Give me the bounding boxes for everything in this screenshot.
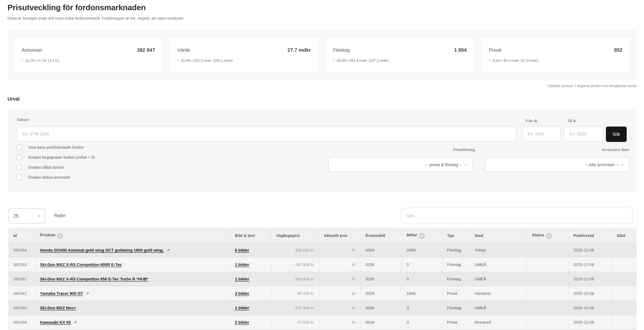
cell-current-price: kr	[319, 243, 361, 258]
table-row: 385362Ski-Doo MXZ X-RS Competiton 850 E-…	[9, 272, 636, 286]
external-link-icon[interactable]: ↗	[166, 248, 170, 252]
product-link[interactable]: Ski-Doo MXZ Neo+	[40, 306, 76, 310]
chevron-down-icon: ▾	[621, 163, 623, 166]
column-header-publicerad[interactable]: Publicerad↑↓	[569, 228, 612, 243]
stat-card-header: Annonser382 847	[22, 47, 155, 53]
cell-city: Kinnared	[470, 315, 527, 330]
cell-type: Företag	[442, 258, 470, 272]
product-link[interactable]: Honda Gl1800 Automat gold wing DCT goldw…	[40, 248, 164, 252]
images-link[interactable]: 2 bilder	[235, 320, 249, 324]
product-link[interactable]: Kawasaki KX 65	[40, 320, 71, 324]
chevron-down-icon: ▾	[465, 163, 466, 166]
images-link[interactable]: 6 bilder	[235, 248, 249, 252]
sort-icon[interactable]: ↑↓	[466, 230, 468, 234]
product-link[interactable]: Ski-Doo MXZ X-RS Competiton 600R E-Tec	[40, 262, 122, 267]
stat-delta: ↑26,4% • 261.9 mnkr(207.2 mnkr)	[333, 58, 388, 63]
search-button[interactable]: Sök	[606, 126, 627, 142]
ad-age-label: Annonsens ålder	[485, 148, 630, 152]
column-header-aktuellt-pris[interactable]: Aktuellt pris↑↓	[319, 228, 361, 243]
images-link[interactable]: 1 bilder	[235, 262, 249, 267]
sort-icon[interactable]: ↑↓	[398, 230, 400, 234]
sort-icon[interactable]: ↑↓	[268, 230, 270, 234]
column-header-stad[interactable]: Stad↑↓	[470, 228, 527, 243]
from-year-input[interactable]	[522, 126, 561, 142]
till-year-label: Till år	[568, 119, 576, 123]
stat-card: Annonser382 847↑11,1% • 2.7 tn(2.4 tn)	[14, 37, 163, 73]
table-header-row: Id↑↓Produkti↑↓Bild & text↑↓Utgångspris↑↓…	[9, 228, 636, 243]
stat-value: 852	[614, 47, 622, 53]
rows-per-page-select[interactable]: 25 ▾	[8, 208, 45, 224]
checkbox[interactable]	[16, 164, 22, 170]
product-link[interactable]: Ski-Doo MXZ X-RS Competiton 850 E-Tec Tu…	[40, 277, 148, 281]
till-year-input[interactable]	[564, 126, 603, 142]
cell-current-price: kr	[319, 258, 361, 272]
sort-icon[interactable]: ↑↓	[356, 230, 358, 234]
sort-icon[interactable]: ↑↓	[31, 230, 33, 234]
cell-start-price: 409 000 kr	[272, 243, 319, 258]
stat-card-header: Privat852	[489, 47, 622, 53]
cell-year: 2019	[361, 286, 402, 301]
info-icon[interactable]: i	[419, 234, 424, 238]
column-header-bild-text[interactable]: Bild & text↑↓	[230, 228, 272, 243]
external-link-icon[interactable]: ↗	[74, 320, 77, 324]
column-header-miltal[interactable]: Miltali↑↓	[402, 228, 442, 243]
product-link[interactable]: Yamaha Tracer 900 GT	[40, 291, 83, 296]
cell-status	[527, 243, 569, 258]
sort-icon[interactable]: ↑↓	[565, 230, 567, 234]
images-link[interactable]: 3 bilder	[235, 291, 249, 296]
column-header-id[interactable]: Id↑↓	[9, 228, 36, 243]
cell-city: UMEÅ	[470, 301, 527, 315]
private-company-select-value: -- privat & företag --	[426, 162, 462, 167]
cell-status	[527, 301, 569, 315]
column-header-rsmodell[interactable]: Årsmodell↑↓	[361, 228, 402, 243]
info-icon[interactable]: i	[58, 234, 62, 238]
ad-age-select[interactable]: -- Alla annonser -- ▾	[485, 157, 630, 172]
column-label: Produkt	[40, 233, 55, 237]
filter-checkbox-row: Endast begagnade fordon (miltal > 0)	[16, 152, 95, 162]
table-search-input[interactable]	[401, 208, 633, 224]
stat-delta-prev: (207.2 mnkr)	[369, 59, 388, 63]
images-link[interactable]: 1 bilder	[235, 277, 249, 281]
sort-icon[interactable]: ↑↓	[523, 230, 525, 234]
column-header-status[interactable]: Statusi↑↓	[527, 228, 569, 243]
checkbox[interactable]	[16, 174, 22, 180]
sort-icon[interactable]: ↑↓	[632, 230, 634, 234]
checkbox[interactable]	[16, 144, 22, 150]
cell-sold	[612, 315, 636, 330]
cell-type: Privat	[442, 286, 470, 301]
sort-icon[interactable]: ↑↓	[315, 230, 317, 234]
private-company-select[interactable]: -- privat & företag -- ▾	[328, 157, 473, 172]
cell-product: Ski-Doo MXZ Neo+	[36, 301, 230, 315]
cell-published: 2025-12-08	[569, 272, 612, 286]
trend-up-icon: ↑	[21, 58, 23, 63]
cell-product: Yamaha Tracer 900 GT↗	[36, 286, 230, 301]
cell-mileage: 1800	[402, 286, 442, 301]
column-header-s-ld[interactable]: Såld↑↓	[612, 228, 636, 243]
column-header-utg-ngspris[interactable]: Utgångspris↑↓	[272, 228, 319, 243]
sort-icon[interactable]: ↑↓	[438, 230, 440, 234]
info-icon[interactable]: i	[546, 234, 552, 238]
keyword-input[interactable]	[17, 126, 516, 142]
page-title: Prisutveckling för fordonsmarknaden	[8, 3, 146, 12]
cell-published: 2025-12-08	[569, 258, 612, 272]
images-link[interactable]: 1 bilder	[235, 306, 249, 310]
column-label: Miltal	[407, 233, 417, 237]
trend-up-icon: ↑	[177, 58, 179, 63]
cell-city: UMEÅ	[470, 272, 527, 286]
external-link-icon[interactable]: ↗	[86, 291, 89, 296]
cell-id: 385362	[9, 272, 36, 286]
chevron-down-icon: ▾	[38, 214, 40, 218]
sort-icon[interactable]: ↑↓	[226, 230, 228, 234]
cell-mileage: 0	[402, 258, 442, 272]
cell-mileage: 0	[402, 272, 442, 286]
page-subtitle: Detta är Sveriges enda och mest unika fo…	[8, 16, 184, 20]
checkbox-label: Endast begagnade fordon (miltal > 0)	[28, 155, 95, 160]
column-header-produkt[interactable]: Produkti↑↓	[36, 228, 230, 243]
column-header-typ[interactable]: Typ↑↓	[442, 228, 470, 243]
checkbox[interactable]	[16, 154, 22, 160]
cell-product: Kawasaki KX 65↗	[36, 315, 230, 330]
stat-label: Värde	[177, 47, 190, 53]
cell-published: 2025-12-08	[569, 243, 612, 258]
cell-id: 385364	[9, 243, 36, 258]
sort-icon[interactable]: ↑↓	[608, 230, 610, 234]
